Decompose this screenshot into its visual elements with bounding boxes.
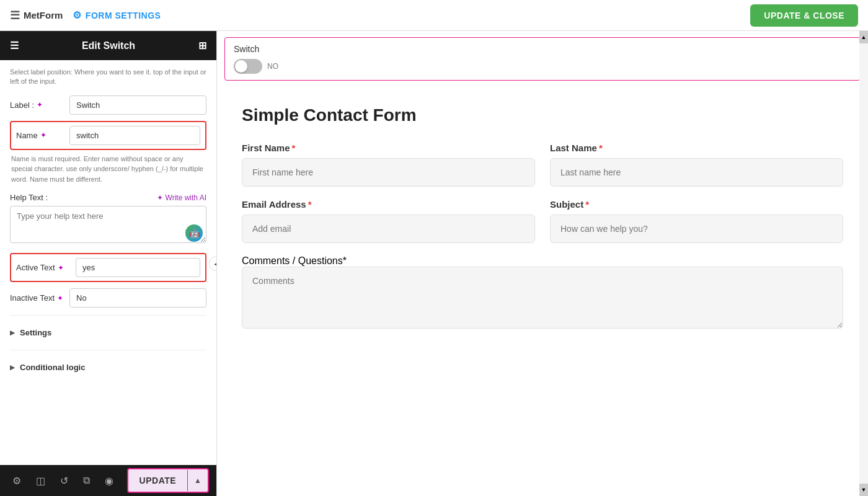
app-name: MetForm (24, 10, 63, 20)
form-row-name: First Name* Last Name* (242, 143, 843, 187)
update-close-button[interactable]: UPDATE & CLOSE (750, 4, 858, 27)
name-move-icon: ✦ (40, 131, 46, 140)
settings-arrow: ▶ (10, 329, 15, 336)
divider-1 (10, 315, 206, 316)
scrollbar-track: ▲ ▼ (859, 31, 868, 496)
subject-input[interactable] (550, 215, 843, 243)
toggle-switch[interactable]: NO (234, 59, 851, 74)
sidebar-grid-icon: ⊞ (198, 40, 206, 51)
toggle-track[interactable] (234, 59, 262, 74)
comments-group: Comments / Questions* (242, 255, 843, 331)
conditional-logic-label: Conditional logic (20, 363, 85, 372)
inactive-text-input[interactable] (69, 288, 206, 308)
conditional-logic-header[interactable]: ▶ Conditional logic (10, 358, 206, 377)
right-content: Switch NO Simple Contact Form First Name… (217, 31, 868, 496)
app-logo: ☰ MetForm (10, 9, 63, 22)
first-name-input[interactable] (242, 158, 535, 187)
settings-label: Settings (20, 328, 51, 337)
inactive-text-row: Inactive Text ✦ (10, 288, 206, 308)
name-field-wrapper: Name ✦ (10, 121, 206, 150)
inactive-move-icon: ✦ (57, 294, 63, 303)
last-name-group: Last Name* (550, 143, 843, 187)
gear-icon: ⚙ (73, 9, 82, 21)
update-button-wrapper: UPDATE ▲ (127, 468, 209, 493)
form-row-email: Email Address* Subject* (242, 199, 843, 243)
last-name-label: Last Name* (550, 143, 843, 153)
email-label: Email Address* (242, 199, 535, 210)
first-name-group: First Name* (242, 143, 535, 187)
last-name-input[interactable] (550, 158, 843, 187)
active-move-icon: ✦ (58, 264, 64, 272)
move-icon: ✦ (37, 100, 43, 109)
conditional-arrow: ▶ (10, 364, 15, 371)
label-input[interactable] (69, 95, 206, 115)
last-name-required: * (599, 143, 603, 153)
active-text-label: Active Text ✦ (16, 263, 72, 272)
update-chevron-button[interactable]: ▲ (187, 470, 208, 491)
form-content: Simple Contact Form First Name* Last Nam… (217, 87, 868, 362)
hint-text: Select label position: Where you want to… (10, 68, 206, 87)
topbar-left: ☰ MetForm ⚙ FORM SETTINGS (10, 9, 161, 22)
main-layout: ☰ Edit Switch ⊞ Select label position: W… (0, 31, 868, 496)
first-name-required: * (292, 143, 296, 153)
sidebar-title: Edit Switch (82, 40, 135, 51)
settings-section: ▶ Settings (10, 323, 206, 342)
toolbar-settings-icon[interactable]: ⚙ (7, 470, 26, 492)
divider-2 (10, 350, 206, 350)
update-button[interactable]: UPDATE (128, 469, 188, 492)
inactive-text-label: Inactive Text ✦ (10, 293, 66, 303)
subject-required: * (585, 199, 589, 210)
email-required: * (308, 199, 312, 210)
label-field-label: Label : ✦ (10, 100, 66, 110)
write-ai-button[interactable]: ✦ Write with AI (157, 193, 206, 202)
menu-icon: ☰ (10, 9, 20, 22)
name-field-label: Name ✦ (16, 131, 66, 140)
name-hint: Name is must required. Enter name withou… (10, 154, 206, 185)
name-input[interactable] (69, 126, 200, 145)
subject-label: Subject* (550, 199, 843, 210)
help-textarea[interactable] (10, 206, 206, 243)
scroll-up-button[interactable]: ▲ (859, 31, 868, 43)
help-text-label: Help Text : (10, 193, 48, 202)
active-text-wrapper: Active Text ✦ (10, 253, 206, 282)
scroll-down-button[interactable]: ▼ (859, 484, 868, 496)
email-group: Email Address* (242, 199, 535, 243)
toolbar-duplicate-icon[interactable]: ⧉ (78, 470, 95, 491)
topbar: ☰ MetForm ⚙ FORM SETTINGS UPDATE & CLOSE (0, 0, 868, 31)
toolbar-history-icon[interactable]: ↺ (55, 470, 73, 492)
toolbar-layers-icon[interactable]: ◫ (31, 470, 50, 492)
sidebar-body: Select label position: Where you want to… (0, 60, 216, 465)
comments-textarea[interactable] (242, 267, 843, 329)
bottom-toolbar: ⚙ ◫ ↺ ⧉ ◉ UPDATE ▲ (0, 465, 216, 496)
sidebar-ham-icon: ☰ (10, 40, 19, 51)
help-text-row: Help Text : ✦ Write with AI (10, 193, 206, 202)
form-settings-button[interactable]: ⚙ FORM SETTINGS (73, 9, 161, 21)
settings-header[interactable]: ▶ Settings (10, 323, 206, 342)
help-textarea-wrapper: 🤖 (10, 206, 206, 246)
conditional-logic-section: ▶ Conditional logic (10, 358, 206, 377)
comments-required: * (343, 255, 347, 266)
sidebar-header: ☰ Edit Switch ⊞ (0, 31, 216, 60)
comments-label: Comments / Questions* (242, 255, 347, 266)
switch-preview-area: Switch NO (224, 37, 861, 81)
switch-preview-label: Switch (234, 44, 851, 54)
toolbar-preview-icon[interactable]: ◉ (100, 470, 118, 492)
active-text-input[interactable] (76, 258, 200, 277)
first-name-label: First Name* (242, 143, 535, 153)
form-settings-label: FORM SETTINGS (86, 11, 161, 20)
form-title: Simple Contact Form (242, 105, 843, 125)
subject-group: Subject* (550, 199, 843, 243)
label-field-row: Label : ✦ (10, 95, 206, 115)
left-sidebar: ☰ Edit Switch ⊞ Select label position: W… (0, 31, 217, 496)
help-text-section: Help Text : ✦ Write with AI 🤖 (10, 193, 206, 246)
email-input[interactable] (242, 215, 535, 243)
toggle-thumb (235, 60, 247, 73)
toggle-label: NO (267, 62, 278, 71)
